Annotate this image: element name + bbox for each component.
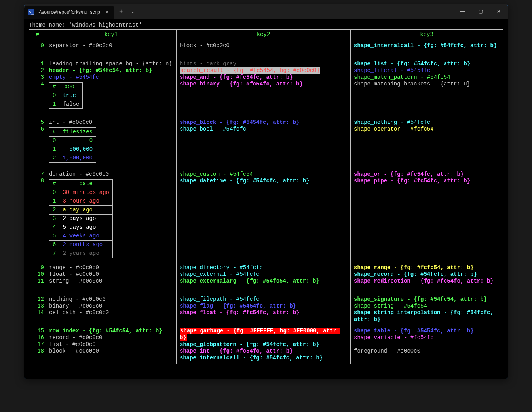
cell: shape_match_pattern - #54fc54 bbox=[354, 74, 500, 81]
cell: shape_datetime - {fg: #54fcfc, attr: b} bbox=[180, 178, 347, 184]
cell: shape_record - {fg: #54fcfc, attr: b} bbox=[354, 271, 500, 278]
cell: shape_and - {fg: #fc54fc, attr: b} bbox=[180, 74, 347, 81]
date-head-idx: # bbox=[49, 180, 59, 188]
cell: shape_list - {fg: #54fcfc, attr: b} bbox=[354, 61, 500, 67]
date-idx: 0 bbox=[49, 188, 59, 197]
cell: record - #c0c0c0 bbox=[49, 334, 173, 341]
date-idx: 7 bbox=[49, 249, 59, 258]
row-index: 6 bbox=[29, 126, 44, 133]
row-12-14: 12 13 14 nothing - #c0c0c0 binary - #c0c… bbox=[29, 294, 503, 325]
cell: shape_block - {fg: #5454fc, attr: b} bbox=[180, 119, 347, 126]
table-header-row: # key1 key2 key3 bbox=[29, 30, 503, 40]
cell: cellpath - #c0c0c0 bbox=[49, 309, 173, 316]
theme-name-line: Theme name: 'windows-highcontrast' bbox=[29, 22, 503, 28]
cell: shape_bool - #54fcfc bbox=[180, 126, 347, 133]
row-index: 1 bbox=[29, 61, 44, 67]
close-button[interactable]: ✕ bbox=[490, 4, 508, 19]
cell: block - #c0c0c0 bbox=[180, 42, 347, 49]
date-idx: 4 bbox=[49, 223, 59, 232]
bool-head: bool bbox=[59, 83, 83, 91]
new-tab-button[interactable]: + bbox=[114, 4, 128, 19]
cell: shape_externalarg - {fg: #54fc54, attr: … bbox=[180, 278, 347, 285]
date-val: 2 months ago bbox=[59, 241, 113, 249]
date-idx: 1 bbox=[49, 197, 59, 206]
cursor-icon bbox=[34, 368, 34, 374]
cell: shape_redirection - {fg: #fc54fc, attr: … bbox=[354, 278, 500, 285]
cell: shape_signature - {fg: #54fc54, attr: b} bbox=[354, 296, 500, 303]
cell: foreground - #c0c0c0 bbox=[354, 348, 500, 355]
cell: shape_filepath - #54fcfc bbox=[180, 296, 347, 303]
fs-val: 0 bbox=[59, 137, 96, 145]
row-index: 15 bbox=[29, 328, 44, 334]
tab-close-icon[interactable]: ✕ bbox=[103, 9, 110, 16]
cell: shape_table - {fg: #5454fc, attr: b} bbox=[354, 328, 500, 334]
date-val: 5 days ago bbox=[59, 223, 113, 232]
row-index: 14 bbox=[29, 309, 44, 316]
tab-dropdown-icon[interactable]: ⌄ bbox=[128, 4, 137, 19]
bool-val: false bbox=[59, 100, 83, 109]
fs-idx: 1 bbox=[49, 145, 59, 154]
theme-table: # key1 key2 key3 0 separator - #c0c0c0 b… bbox=[29, 29, 503, 364]
maximize-button[interactable]: ▢ bbox=[471, 4, 490, 19]
cell: shape_pipe - {fg: #fc54fc, attr: b} bbox=[354, 178, 500, 184]
cell: list - #c0c0c0 bbox=[49, 341, 173, 348]
date-idx: 6 bbox=[49, 241, 59, 249]
fs-idx: 2 bbox=[49, 154, 59, 163]
row-index: 12 bbox=[29, 296, 44, 303]
date-val: 2 days ago bbox=[59, 215, 113, 223]
row-index: 0 bbox=[29, 42, 44, 49]
header-idx: # bbox=[29, 30, 46, 40]
cell: shape_or - {fg: #fc54fc, attr: b} bbox=[354, 171, 500, 178]
cell: block - #c0c0c0 bbox=[49, 348, 173, 355]
cell: shape_string - #54fc54 bbox=[354, 303, 500, 309]
cell: shape_int - {fg: #fc54fc, attr: b} bbox=[180, 348, 347, 355]
bool-idx: 1 bbox=[49, 100, 59, 109]
row-index: 8 bbox=[29, 178, 44, 184]
cell: shape_variable - #fc54fc bbox=[354, 334, 500, 341]
row-index: 2 bbox=[29, 67, 44, 74]
minimize-button[interactable]: — bbox=[453, 4, 471, 19]
fs-val: 500,000 bbox=[59, 145, 96, 154]
row-7-8: 7 8 duration - #c0c0c0 #date 030 minutes… bbox=[29, 169, 503, 262]
cell: header - {fg: #54fc54, attr: b} bbox=[49, 67, 173, 74]
cell: duration - #c0c0c0 bbox=[49, 171, 173, 178]
cell-garbage: shape_garbage - {fg: #FFFFFF, bg: #FF000… bbox=[180, 328, 340, 341]
fs-head: filesizes bbox=[59, 128, 96, 137]
cell: shape_binary - {fg: #fc54fc, attr: b} bbox=[180, 81, 347, 87]
row-index: 7 bbox=[29, 171, 44, 178]
date-idx: 5 bbox=[49, 232, 59, 241]
header-key2: key2 bbox=[177, 30, 351, 40]
cell: float - #c0c0c0 bbox=[49, 271, 173, 278]
row-9-11: 9 10 11 range - #c0c0c0 float - #c0c0c0 … bbox=[29, 262, 503, 294]
fs-head-idx: # bbox=[49, 128, 59, 137]
row-index: 5 bbox=[29, 119, 44, 126]
bool-table: #bool 0true 1false bbox=[49, 82, 83, 109]
filesizes-table: #filesizes 00 1500,000 21,000,000 bbox=[49, 127, 96, 163]
row-index: 17 bbox=[29, 341, 44, 348]
fs-val: 1,000,000 bbox=[59, 154, 96, 163]
date-idx: 2 bbox=[49, 206, 59, 215]
titlebar-drag-area[interactable] bbox=[137, 4, 453, 19]
cell: shape_custom - #54fc54 bbox=[180, 171, 347, 178]
row-index: 10 bbox=[29, 271, 44, 278]
date-table: #date 030 minutes ago 13 hours ago 2a da… bbox=[49, 179, 113, 258]
row-index: 11 bbox=[29, 278, 44, 285]
terminal-window: >_ ~\source\repos\forks\nu_scrip ✕ + ⌄ —… bbox=[24, 4, 508, 379]
cell: hints - dark_gray bbox=[180, 61, 347, 67]
cell: int - #c0c0c0 bbox=[49, 119, 173, 126]
powershell-icon: >_ bbox=[28, 9, 34, 15]
date-val: a day ago bbox=[59, 206, 113, 215]
fs-idx: 0 bbox=[49, 137, 59, 145]
row-index: 3 bbox=[29, 74, 44, 81]
cell: range - #c0c0c0 bbox=[49, 264, 173, 271]
tab-active[interactable]: >_ ~\source\repos\forks\nu_scrip ✕ bbox=[24, 6, 114, 19]
cell: shape_matching_brackets - {attr: u} bbox=[354, 81, 500, 87]
bool-head-idx: # bbox=[49, 83, 59, 91]
prompt-line[interactable] bbox=[29, 364, 503, 376]
row-index: 13 bbox=[29, 303, 44, 309]
cell: separator - #c0c0c0 bbox=[49, 42, 173, 49]
terminal-body[interactable]: Theme name: 'windows-highcontrast' # key… bbox=[24, 19, 508, 379]
row-15-18: 15 16 17 18 row_index - {fg: #54fc54, at… bbox=[29, 325, 503, 364]
cell: binary - #c0c0c0 bbox=[49, 303, 173, 309]
date-idx: 3 bbox=[49, 215, 59, 223]
